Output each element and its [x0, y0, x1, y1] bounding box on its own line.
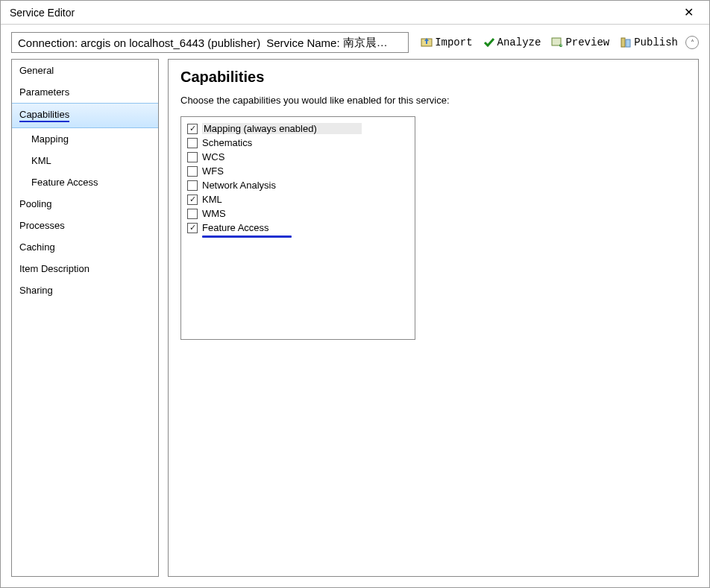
capability-label: Feature Access	[202, 222, 269, 233]
sidebar-item-general[interactable]: General	[12, 60, 158, 81]
preview-icon: +	[551, 37, 563, 48]
checkbox-icon	[187, 223, 198, 233]
service-editor-window: Service Editor ✕ Connection: arcgis on l…	[0, 0, 710, 588]
capability-row-wfs[interactable]: WFS	[187, 164, 409, 178]
sidebar-item-label: Pooling	[19, 198, 51, 209]
collapse-toggle[interactable]: ˄	[685, 36, 699, 49]
sidebar-item-caching[interactable]: Caching	[12, 236, 158, 258]
capabilities-list: Mapping (always enabled) Schematics WCS …	[180, 116, 415, 340]
capability-label: Network Analysis	[202, 180, 276, 191]
import-label: Import	[435, 37, 472, 48]
checkbox-icon	[187, 138, 198, 148]
capability-label: Mapping (always enabled)	[202, 123, 362, 134]
sidebar-item-parameters[interactable]: Parameters	[12, 81, 158, 103]
preview-label: Preview	[565, 37, 609, 48]
checkbox-icon	[187, 195, 198, 205]
sidebar-item-item-description[interactable]: Item Description	[12, 258, 158, 279]
sidebar-item-label: Sharing	[19, 285, 53, 296]
window-title: Service Editor	[10, 7, 75, 19]
main-panel: Capabilities Choose the capabilities you…	[168, 59, 699, 577]
page-description: Choose the capabilities you would like e…	[180, 95, 686, 106]
import-button[interactable]: Import	[418, 35, 475, 50]
sidebar-item-capabilities[interactable]: Capabilities	[12, 103, 158, 128]
publish-label: Publish	[634, 37, 678, 48]
sidebar-item-label: Parameters	[19, 86, 69, 98]
toolbar: Connection: arcgis on localhost_6443 (pu…	[1, 25, 709, 59]
capability-row-wcs[interactable]: WCS	[187, 150, 409, 164]
sidebar-item-label: Mapping	[31, 133, 69, 145]
chevron-up-icon: ˄	[691, 39, 694, 47]
analyze-button[interactable]: Analyze	[480, 35, 544, 50]
titlebar: Service Editor ✕	[1, 1, 709, 25]
sidebar-item-label: KML	[31, 155, 51, 166]
checkbox-icon	[187, 180, 198, 191]
service-name-label: Service Name:	[266, 37, 339, 49]
import-icon	[421, 37, 433, 48]
capability-label: Schematics	[202, 137, 252, 148]
sidebar-item-label: Processes	[19, 220, 65, 231]
sidebar-item-label: Item Description	[19, 263, 89, 274]
sidebar-item-sharing[interactable]: Sharing	[12, 279, 158, 301]
svg-text:+: +	[560, 43, 562, 48]
analyze-label: Analyze	[497, 37, 541, 48]
sidebar-item-kml[interactable]: KML	[12, 150, 158, 171]
connection-value: arcgis on localhost_6443 (publisher)	[81, 37, 260, 49]
service-name-value: 南京晨…	[343, 36, 388, 50]
capability-row-network-analysis[interactable]: Network Analysis	[187, 178, 409, 192]
checkbox-icon	[187, 152, 198, 162]
check-icon	[483, 37, 495, 48]
sidebar-item-label: Caching	[19, 241, 55, 253]
sidebar-item-label: General	[19, 65, 54, 76]
sidebar-item-processes[interactable]: Processes	[12, 215, 158, 236]
capability-row-mapping[interactable]: Mapping (always enabled)	[187, 121, 409, 136]
svg-rect-5	[626, 39, 630, 47]
sidebar: General Parameters Capabilities Mapping …	[11, 59, 159, 577]
checkbox-icon	[187, 209, 198, 219]
sidebar-item-feature-access[interactable]: Feature Access	[12, 171, 158, 193]
body-area: General Parameters Capabilities Mapping …	[1, 59, 709, 587]
checkbox-icon	[187, 166, 198, 177]
capability-label: WFS	[202, 165, 224, 177]
sidebar-item-mapping[interactable]: Mapping	[12, 128, 158, 150]
svg-rect-4	[621, 38, 625, 47]
capability-row-kml[interactable]: KML	[187, 192, 409, 206]
connection-label: Connection:	[18, 37, 78, 49]
page-title: Capabilities	[180, 69, 686, 86]
publish-icon	[620, 37, 632, 48]
close-button[interactable]: ✕	[673, 1, 703, 25]
toolbar-buttons: Import Analyze + Preview Publish	[418, 35, 699, 50]
sidebar-item-pooling[interactable]: Pooling	[12, 193, 158, 215]
preview-button[interactable]: + Preview	[548, 35, 612, 50]
sidebar-item-label: Capabilities	[19, 109, 69, 122]
checkbox-icon	[187, 124, 198, 134]
annotation-underline	[202, 235, 292, 238]
capability-row-wms[interactable]: WMS	[187, 206, 409, 221]
publish-button[interactable]: Publish	[617, 35, 681, 50]
connection-info-box: Connection: arcgis on localhost_6443 (pu…	[11, 32, 409, 53]
capability-label: WCS	[202, 151, 224, 162]
capability-label: WMS	[202, 208, 226, 219]
close-icon: ✕	[684, 5, 694, 19]
capability-row-schematics[interactable]: Schematics	[187, 136, 409, 150]
capability-label: KML	[202, 194, 222, 205]
sidebar-item-label: Feature Access	[31, 177, 98, 188]
capability-row-feature-access[interactable]: Feature Access	[187, 221, 409, 235]
